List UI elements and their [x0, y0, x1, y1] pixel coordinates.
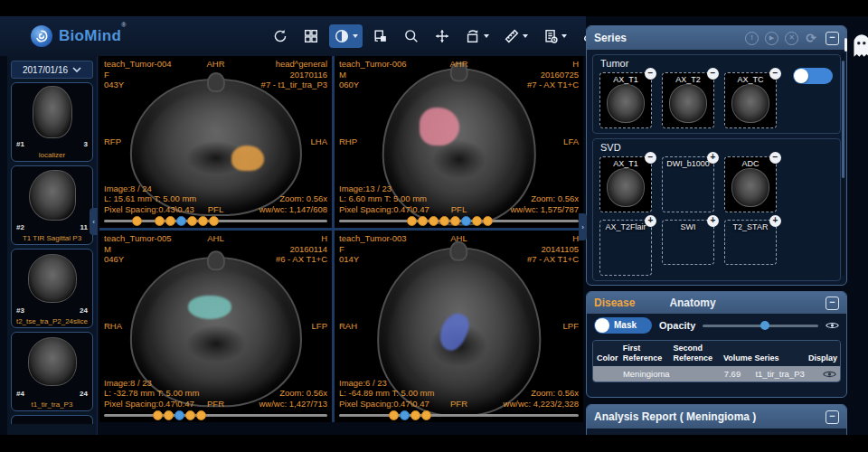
slice-track[interactable] — [339, 414, 579, 417]
slice-dot[interactable] — [165, 216, 175, 226]
top-bar: BioMind® — [0, 16, 586, 56]
series-thumbnail-t1-axial[interactable]: #4 24 t1_tir_tra_P3 — [11, 332, 93, 411]
tumor-group-toggle[interactable] — [793, 68, 833, 84]
slice-dot[interactable] — [407, 216, 417, 226]
opacity-label: Opacity — [659, 320, 695, 331]
volume-value: 7.69 — [724, 369, 756, 379]
series-item-ax-t2[interactable]: AX_T2 − — [662, 72, 714, 128]
chevron-down-icon — [72, 67, 81, 72]
series-item-ax-t2flair[interactable]: AX_T2Flair + — [599, 220, 652, 276]
opacity-slider[interactable] — [703, 321, 818, 330]
layout-grid-icon[interactable] — [298, 24, 324, 48]
annotation-icon[interactable] — [538, 24, 571, 48]
add-badge[interactable]: + — [645, 215, 656, 227]
slice-dot[interactable] — [421, 410, 431, 420]
viewport-4[interactable]: teach_Tumor-003F014Y AHL H20141105#7 - A… — [335, 231, 583, 422]
viewport-2[interactable]: teach_Tumor-006M060Y AHR H20160725#7 - A… — [335, 56, 583, 228]
slice-dot[interactable] — [132, 216, 142, 226]
add-badge[interactable]: + — [707, 215, 719, 227]
pan-icon[interactable] — [429, 24, 455, 48]
slice-dot[interactable] — [483, 216, 493, 226]
series-item-ax-tc[interactable]: AX_TC − — [724, 72, 777, 128]
table-row-meningioma[interactable]: Meningioma 7.69 t1_tir_tra_P3 — [593, 366, 840, 381]
viewport-1[interactable]: teach_Tumor-004F043Y AHR head^general201… — [99, 56, 332, 228]
display-eye-icon[interactable] — [809, 370, 836, 379]
slice-dot[interactable] — [400, 410, 410, 420]
add-badge[interactable]: + — [707, 152, 719, 164]
series-item-t2-star[interactable]: T2_STAR + — [724, 220, 777, 265]
magnify-icon[interactable] — [399, 24, 424, 48]
slice-dot[interactable] — [410, 410, 420, 420]
thumbnail-image — [29, 170, 76, 221]
slice-dot[interactable] — [450, 216, 460, 226]
series-item-adc[interactable]: ADC − — [724, 156, 777, 212]
analysis-report-panel: Analysis Report ( Meningioma ) − — [586, 404, 847, 435]
rotate-icon[interactable] — [460, 24, 494, 48]
study-date-selector[interactable]: 2017/01/16 — [11, 61, 93, 79]
slice-scrollbar[interactable] — [339, 410, 579, 420]
remove-badge[interactable]: − — [769, 152, 781, 164]
slice-dot[interactable] — [418, 216, 428, 226]
slice-dot[interactable] — [439, 216, 449, 226]
sidebar-collapse-handle[interactable]: ‹ — [90, 208, 98, 235]
close-circle-icon[interactable]: ✕ — [785, 32, 798, 45]
collapse-report-button[interactable]: − — [826, 410, 839, 424]
brand-name: BioMind® — [59, 27, 127, 45]
viewport-3[interactable]: teach_Tumor-005M046Y AHL H20160114#6 - A… — [99, 231, 332, 422]
remove-badge[interactable]: − — [707, 68, 719, 80]
zoom-info: Zoom: 0.56xww/wc: 1,575/787 — [510, 193, 579, 214]
group-label: Tumor — [600, 58, 628, 69]
tab-disease[interactable]: Disease — [594, 297, 635, 309]
slice-scrollbar[interactable] — [104, 215, 327, 226]
thumbnail-image — [28, 254, 77, 303]
slice-dot[interactable] — [196, 410, 206, 420]
slice-dot[interactable] — [153, 410, 163, 420]
series-thumbnail-localizer[interactable]: #1 3 localizer — [11, 82, 93, 162]
panel-collapse-handle[interactable]: › — [579, 213, 587, 240]
slice-track[interactable] — [104, 414, 327, 417]
series-thumbnail-t2-axial[interactable]: #3 24 t2_tse_tra_P2_24slice — [11, 249, 93, 328]
panel-scrollbar[interactable] — [842, 53, 844, 276]
ghost-assistant-icon[interactable] — [850, 33, 868, 60]
series-group-svd: SVD AX_T1 − DWI_b1000 + ADC − AX_T2Flair… — [592, 138, 841, 281]
refresh-icon[interactable] — [268, 24, 293, 48]
slice-dot[interactable] — [185, 410, 195, 420]
remove-badge[interactable]: − — [645, 152, 656, 164]
add-badge[interactable]: + — [769, 215, 781, 227]
info-circle-icon[interactable]: ! — [745, 32, 759, 45]
play-circle-icon[interactable]: ▶ — [765, 32, 778, 45]
swap-series-icon[interactable] — [368, 24, 393, 48]
series-item-swi[interactable]: SWI + — [662, 220, 714, 265]
slice-dot[interactable] — [472, 216, 482, 226]
slice-dot[interactable] — [198, 216, 208, 226]
series-item-ax-t1[interactable]: AX_T1 − — [599, 72, 652, 128]
zoom-info: Zoom: 0.56xww/wc: 1,147/608 — [259, 193, 327, 214]
collapse-series-button[interactable]: − — [826, 32, 839, 45]
slice-dot[interactable] — [176, 216, 186, 226]
opacity-slider-thumb[interactable] — [760, 321, 769, 330]
slice-dot[interactable] — [187, 216, 197, 226]
series-thumbnail-partial[interactable] — [11, 415, 93, 424]
slice-dot[interactable] — [389, 410, 399, 420]
series-item-dwi-b1000[interactable]: DWI_b1000 + — [662, 156, 714, 212]
remove-badge[interactable]: − — [645, 68, 656, 80]
slice-dot[interactable] — [164, 410, 174, 420]
series-thumbnail-t1-sagittal[interactable]: #2 11 T1 TIR Sagittal P3 — [11, 165, 93, 245]
slice-scrollbar[interactable] — [104, 410, 327, 420]
visibility-eye-icon[interactable] — [826, 321, 839, 330]
contrast-icon[interactable] — [329, 24, 363, 48]
remove-badge[interactable]: − — [769, 68, 781, 80]
mask-toggle[interactable]: Mask — [594, 317, 652, 334]
slice-dot[interactable] — [175, 410, 184, 420]
slice-scrollbar[interactable] — [339, 215, 579, 226]
refresh-icon[interactable]: ⟳ — [805, 32, 817, 45]
slice-dot[interactable] — [209, 216, 219, 226]
tab-anatomy[interactable]: Anatomy — [669, 297, 715, 309]
measure-icon[interactable] — [499, 24, 533, 48]
series-item-ax-t1[interactable]: AX_T1 − — [599, 156, 652, 212]
collapse-disease-button[interactable]: − — [826, 297, 839, 310]
slice-dot[interactable] — [461, 216, 471, 226]
slice-dots — [132, 216, 219, 226]
slice-dot[interactable] — [429, 216, 439, 226]
slice-dot[interactable] — [155, 216, 165, 226]
